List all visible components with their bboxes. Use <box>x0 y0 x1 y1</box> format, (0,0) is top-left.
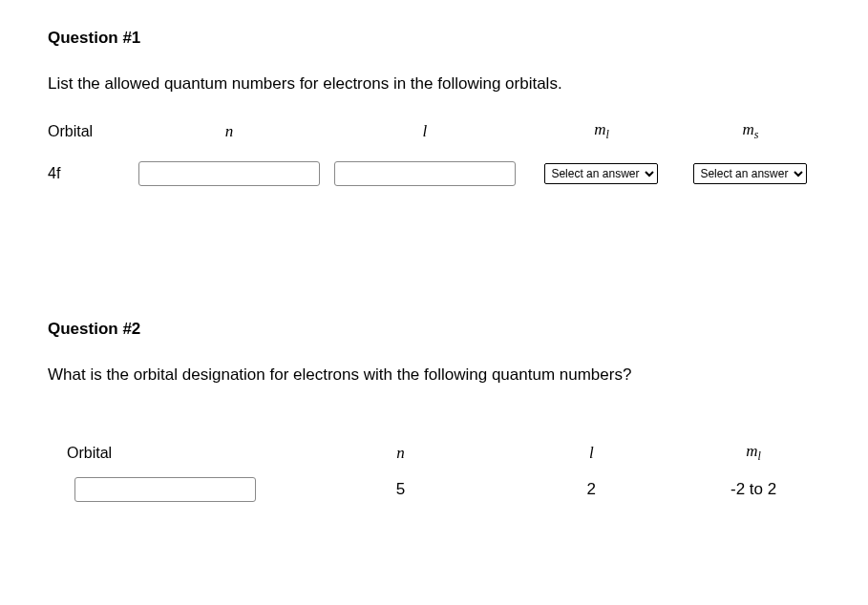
q2-orbital-input[interactable] <box>74 477 256 502</box>
q1-header-ms: ms <box>681 120 820 142</box>
q2-header-n: n <box>306 444 497 463</box>
q1-n-cell <box>132 161 328 186</box>
q1-orbital-label: 4f <box>48 165 132 182</box>
q1-header-ml: ml <box>522 120 681 142</box>
q2-n-value: 5 <box>306 480 497 499</box>
question-1-text: List the allowed quantum numbers for ele… <box>48 74 820 94</box>
q1-ms-select[interactable]: Select an answer <box>693 163 807 184</box>
q2-l-value: 2 <box>496 480 687 499</box>
question-2-text: What is the orbital designation for elec… <box>48 365 820 385</box>
q2-header-ml: ml <box>687 442 820 464</box>
q1-ml-cell: Select an answer <box>522 163 681 184</box>
q2-header-row: Orbital n l ml <box>48 442 820 464</box>
q1-header-orbital: Orbital <box>48 123 132 140</box>
q1-l-input[interactable] <box>334 161 516 186</box>
q1-header-l: l <box>327 122 522 141</box>
question-1-title: Question #1 <box>48 29 820 48</box>
q2-data-row: 5 2 -2 to 2 <box>48 477 820 502</box>
question-1: Question #1 List the allowed quantum num… <box>48 29 820 186</box>
q1-header-n: n <box>132 122 328 141</box>
q1-l-cell <box>327 161 522 186</box>
q1-ml-select[interactable]: Select an answer <box>544 163 658 184</box>
question-2: Question #2 What is the orbital designat… <box>48 320 820 502</box>
q1-data-row: 4f Select an answer Select an answer <box>48 161 820 186</box>
question-2-title: Question #2 <box>48 320 820 339</box>
q1-n-input[interactable] <box>138 161 320 186</box>
q1-header-row: Orbital n l ml ms <box>48 120 820 142</box>
q2-header-orbital: Orbital <box>48 445 306 462</box>
q2-header-l: l <box>496 444 687 463</box>
q1-ms-cell: Select an answer <box>681 163 820 184</box>
q2-ml-value: -2 to 2 <box>687 480 820 499</box>
q2-orbital-cell <box>48 477 306 502</box>
